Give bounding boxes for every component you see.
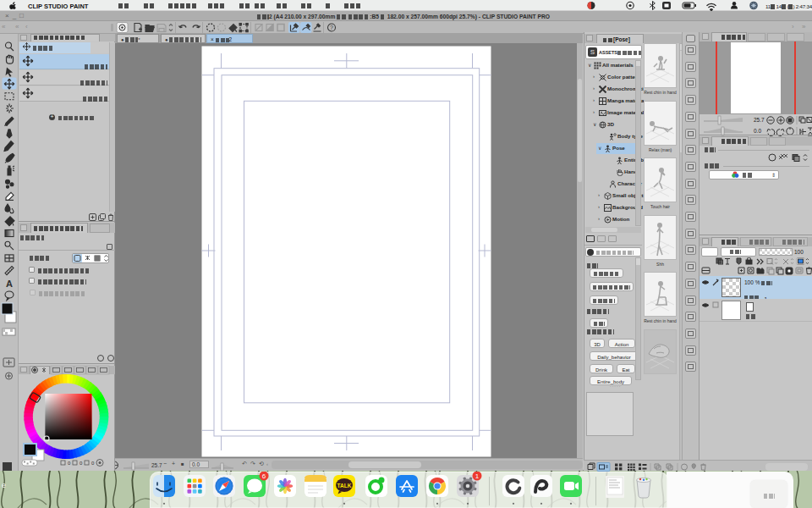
svg-text:0: 0 — [80, 461, 83, 466]
svg-text:6: 6 — [262, 472, 266, 480]
svg-text:TALK: TALK — [337, 483, 352, 489]
svg-text:1: 1 — [475, 472, 480, 480]
svg-text:0: 0 — [68, 461, 71, 466]
svg-text:A: A — [6, 279, 13, 289]
svg-text:0: 0 — [91, 461, 95, 466]
svg-text:?: ? — [330, 25, 333, 30]
